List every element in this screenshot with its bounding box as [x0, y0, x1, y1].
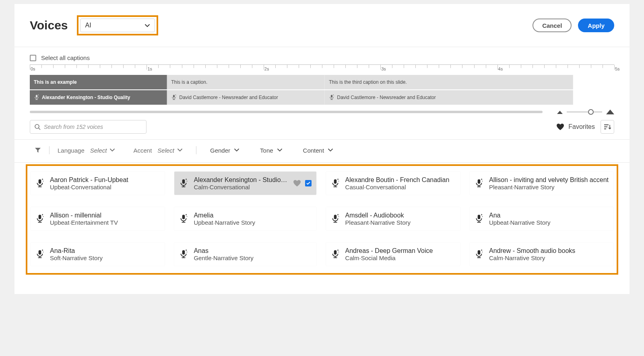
voice-name: Ana — [489, 212, 609, 219]
voice-grid-highlight: Aaron Patrick - Fun-UpbeatUpbeat·Convers… — [26, 164, 618, 275]
select-all-checkbox[interactable] — [30, 55, 36, 61]
ruler-label: 5s — [615, 66, 620, 71]
filter-accent-label: Accent — [133, 147, 152, 154]
heart-icon[interactable] — [293, 180, 301, 187]
voice-tags: Soft·Narrative Story — [50, 255, 160, 261]
filter-accent-select[interactable]: Select — [157, 147, 182, 154]
voice-card[interactable]: Allison - inviting and velvety British a… — [470, 172, 613, 195]
voices-panel: Voices AI Cancel Apply Select all captio… — [14, 4, 630, 294]
mic-ai-icon — [179, 213, 188, 224]
caption-text-segment[interactable]: This is a caption. — [167, 75, 325, 89]
voice-card[interactable]: Andreas - Deep German VoiceCalm·Social M… — [326, 242, 460, 266]
zoom-in-icon[interactable] — [606, 110, 614, 114]
caption-voice-segment[interactable]: David Castlemore - Newsreader and Educat… — [167, 90, 325, 105]
timeline-ruler[interactable]: 0s1s2s3s4s5s — [30, 64, 614, 73]
voice-card[interactable]: Andrew - Smooth audio booksCalm·Narrativ… — [470, 242, 613, 266]
favorites-label: Favorites — [568, 123, 595, 130]
voice-tags: Calm·Social Media — [345, 255, 455, 261]
voice-type-value: AI — [85, 22, 91, 29]
zoom-slider[interactable] — [567, 112, 602, 112]
filter-tone-select[interactable]: Tone — [260, 147, 282, 154]
mic-ai-icon — [475, 249, 483, 260]
mic-ai-icon — [331, 249, 340, 260]
voice-tags: Upbeat·Entertainment TV — [50, 219, 160, 226]
mic-ai-icon — [35, 213, 44, 224]
voice-tags: Upbeat·Conversational — [50, 184, 160, 190]
voice-tags: Gentle·Narrative Story — [194, 255, 311, 261]
search-icon — [34, 124, 41, 130]
voice-card[interactable]: Aaron Patrick - Fun-UpbeatUpbeat·Convers… — [31, 172, 165, 195]
timeline: 0s1s2s3s4s5s — [14, 64, 630, 73]
caption-text-row: This is an exampleThis is a caption.This… — [30, 75, 614, 89]
cancel-button[interactable]: Cancel — [533, 19, 572, 32]
caption-voice-segment[interactable]: David Castlemore - Newsreader and Educat… — [325, 90, 573, 105]
heart-icon — [556, 123, 564, 130]
caption-text-segment[interactable]: This is an example — [30, 75, 167, 89]
mic-ai-icon — [475, 178, 483, 189]
voice-tags: Calm·Narrative Story — [489, 255, 609, 261]
scroll-zoom-row — [14, 106, 630, 114]
voice-name: Anas — [194, 247, 311, 255]
voice-tags: Casual·Conversational — [345, 184, 455, 190]
filter-icon — [35, 147, 41, 153]
voice-grid: Aaron Patrick - Fun-UpbeatUpbeat·Convers… — [31, 172, 613, 266]
voice-tags: Pleasant·Narrative Story — [345, 219, 455, 226]
chevron-down-icon — [234, 149, 239, 152]
voice-name: Alexander Kensington - Studio… — [194, 176, 287, 184]
voice-name: Allison - millennial — [50, 212, 160, 219]
voice-name: Andreas - Deep German Voice — [345, 247, 455, 255]
voice-tags: Calm·Conversational — [194, 184, 287, 190]
voice-name: Alexandre Boutin - French Canadian — [345, 176, 455, 184]
zoom-slider-thumb[interactable] — [588, 109, 594, 115]
voice-type-highlight: AI — [77, 15, 158, 35]
voice-card[interactable]: AmeliaUpbeat·Narrative Story — [174, 207, 316, 230]
voice-name: Allison - inviting and velvety British a… — [489, 176, 609, 184]
caption-tracks: This is an exampleThis is a caption.This… — [14, 73, 630, 105]
mic-ai-icon — [171, 94, 177, 101]
ruler-label: 2s — [264, 66, 269, 71]
search-input[interactable]: Search from 152 voices — [30, 120, 147, 134]
voice-card[interactable]: Ana-RitaSoft·Narrative Story — [31, 242, 165, 266]
caption-voice-segment[interactable]: Alexander Kensington - Studio Quality — [30, 90, 167, 105]
filter-language-select[interactable]: Select — [90, 147, 115, 154]
mic-ai-icon — [475, 213, 483, 224]
voice-card[interactable]: Alexander Kensington - Studio…Calm·Conve… — [174, 172, 316, 195]
voice-card[interactable]: Amsdell - AudiobookPleasant·Narrative St… — [326, 207, 460, 230]
search-row: Search from 152 voices Favorites — [14, 114, 630, 140]
mic-ai-icon — [179, 249, 188, 260]
mic-ai-icon — [34, 94, 39, 101]
zoom-control — [557, 110, 614, 114]
mic-ai-icon — [331, 178, 340, 189]
caption-voice-row: Alexander Kensington - Studio QualityDav… — [30, 90, 614, 105]
chevron-down-icon — [145, 22, 150, 29]
voice-type-dropdown[interactable]: AI — [80, 19, 155, 32]
sort-icon — [604, 124, 611, 130]
filter-content-select[interactable]: Content — [303, 147, 333, 154]
voice-tags: Upbeat·Narrative Story — [194, 219, 311, 226]
ruler-label: 3s — [381, 66, 386, 71]
voice-card[interactable]: AnasGentle·Narrative Story — [174, 242, 316, 266]
filter-row: Language Select Accent Select Gender Ton… — [14, 140, 630, 163]
voice-card[interactable]: Allison - millennialUpbeat·Entertainment… — [31, 207, 165, 230]
select-all-label: Select all captions — [41, 54, 90, 61]
filter-language-label: Language — [58, 147, 85, 154]
chevron-down-icon — [277, 149, 282, 152]
page-title: Voices — [30, 19, 68, 32]
chevron-down-icon — [178, 149, 182, 152]
timeline-scrollbar[interactable] — [30, 111, 543, 113]
filter-gender-select[interactable]: Gender — [210, 147, 239, 154]
voice-card[interactable]: AnaUpbeat·Narrative Story — [470, 207, 613, 230]
select-all-row: Select all captions — [14, 47, 630, 64]
ruler-label: 1s — [147, 66, 152, 71]
chevron-down-icon — [328, 149, 333, 152]
selected-check-icon — [305, 180, 312, 186]
svg-point-3 — [35, 124, 39, 128]
sort-button[interactable] — [601, 120, 614, 134]
voice-card[interactable]: Alexandre Boutin - French CanadianCasual… — [326, 172, 460, 195]
caption-text-segment[interactable]: This is the third caption on this slide. — [325, 75, 573, 89]
apply-button[interactable]: Apply — [578, 19, 614, 32]
mic-ai-icon — [331, 213, 340, 224]
favorites-toggle[interactable]: Favorites — [556, 123, 595, 130]
ruler-label: 4s — [498, 66, 503, 71]
zoom-out-icon[interactable] — [557, 110, 563, 114]
